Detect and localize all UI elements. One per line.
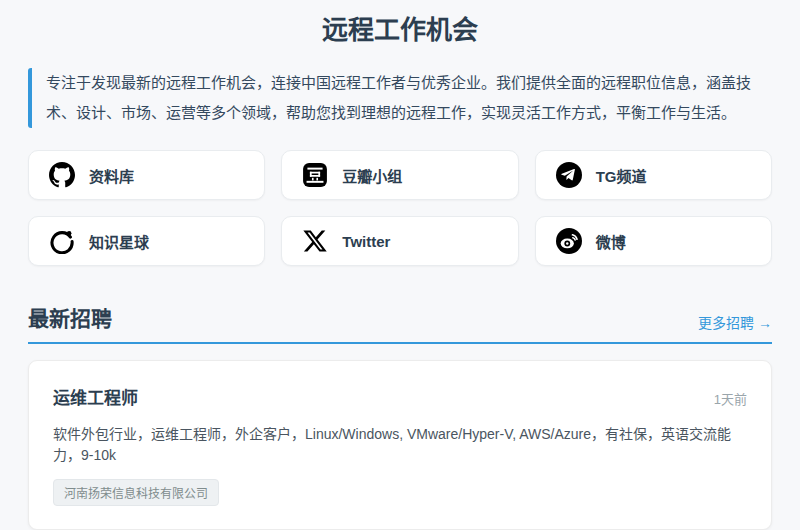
- link-card-weibo[interactable]: 微博: [535, 216, 772, 266]
- job-company-tag: 河南扬荣信息科技有限公司: [53, 479, 219, 506]
- link-label: 资料库: [89, 165, 134, 186]
- jobs-section-title: 最新招聘: [28, 302, 112, 332]
- link-card-twitter[interactable]: Twitter: [281, 216, 518, 266]
- link-card-douban[interactable]: 豆瓣小组: [281, 150, 518, 200]
- link-card-zsxq[interactable]: 知识星球: [28, 216, 265, 266]
- jobs-section-header: 最新招聘 更多招聘 →: [28, 302, 772, 344]
- job-posted-time: 1天前: [714, 389, 747, 408]
- link-card-telegram[interactable]: TG频道: [535, 150, 772, 200]
- link-card-github[interactable]: 资料库: [28, 150, 265, 200]
- zsxq-planet-icon: [49, 228, 75, 254]
- job-title: 运维工程师: [53, 384, 138, 409]
- page-container: 远程工作机会 专注于发现最新的远程工作机会，连接中国远程工作者与优秀企业。我们提…: [0, 0, 800, 530]
- page-title: 远程工作机会: [28, 0, 772, 46]
- twitter-x-icon: [302, 228, 328, 254]
- job-card[interactable]: 运维工程师 1天前 软件外包行业，运维工程师，外企客户，Linux/Window…: [28, 360, 772, 530]
- link-label: 微博: [596, 231, 626, 252]
- douban-icon: [302, 162, 328, 188]
- telegram-icon: [556, 162, 582, 188]
- link-label: Twitter: [342, 233, 390, 250]
- job-description: 软件外包行业，运维工程师，外企客户，Linux/Windows, VMware/…: [53, 424, 747, 466]
- links-grid: 资料库 豆瓣小组: [28, 150, 772, 266]
- intro-text: 专注于发现最新的远程工作机会，连接中国远程工作者与优秀企业。我们提供全面的远程职…: [28, 68, 772, 128]
- github-icon: [49, 162, 75, 188]
- link-label: 知识星球: [89, 231, 149, 252]
- more-jobs-link[interactable]: 更多招聘 →: [698, 312, 772, 332]
- weibo-icon: [556, 228, 582, 254]
- link-label: TG频道: [596, 165, 647, 186]
- job-card-header: 运维工程师 1天前: [53, 384, 747, 409]
- link-label: 豆瓣小组: [342, 165, 402, 186]
